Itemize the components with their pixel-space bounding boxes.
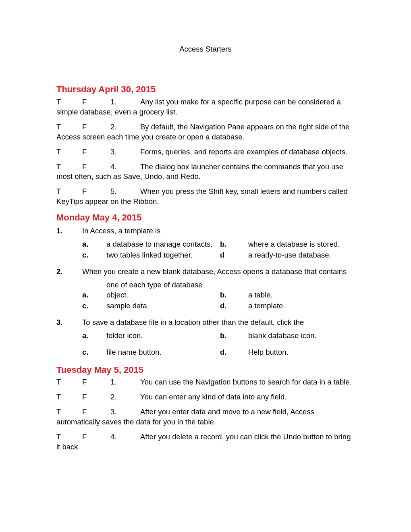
mc-question-row: 1.In Access, a template is	[56, 226, 355, 236]
mc-question-row: 3.To save a database file in a location …	[56, 318, 355, 328]
tf-row: TF4.After you delete a record, you can c…	[56, 432, 355, 452]
mc-option-row: c.sample data.d.a template.	[82, 301, 355, 311]
tf-row: TF4.The dialog box launcher contains the…	[56, 162, 355, 182]
mc-option-row: a.folder icon.b.blank database icon.	[82, 331, 355, 341]
tf-false: F	[82, 432, 110, 442]
mc-option-letter: a.	[82, 331, 106, 341]
mc-option-letter: d.	[220, 301, 248, 311]
mc-option-text: blank database icon.	[248, 331, 317, 341]
mc-question-text: To save a database file in a location ot…	[82, 318, 304, 328]
mc-question: 1.In Access, a template isa.a database t…	[56, 226, 355, 260]
tf-text: You can enter any kind of data into any …	[140, 393, 286, 401]
tf-false: F	[82, 122, 110, 132]
date-heading: Tuesday May 5, 2015	[56, 364, 355, 376]
mc-option-letter: c.	[82, 250, 106, 260]
tf-true: T	[56, 122, 82, 132]
tf-row: TF1.You can use the Navigation buttons t…	[56, 377, 355, 387]
mc-number: 1.	[56, 226, 82, 236]
tf-number: 2.	[110, 122, 140, 132]
mc-option-row: c.file name button.d.Help button.	[82, 347, 355, 357]
mc-option-text: file name button.	[106, 347, 220, 357]
tf-true: T	[56, 407, 82, 417]
mc-option-text: folder icon.	[106, 331, 220, 341]
mc-option-letter: c.	[82, 301, 106, 311]
mc-option-letter: b.	[220, 239, 248, 249]
mc-number: 2.	[56, 267, 82, 277]
mc-option-letter: d.	[220, 347, 248, 357]
tf-false: F	[82, 187, 110, 197]
tf-question: TF3.Forms, queries, and reports are exam…	[56, 147, 355, 157]
tf-question: TF3.After you enter data and move to a n…	[56, 407, 355, 427]
mc-question: 2.When you create a new blank database, …	[56, 267, 355, 311]
mc-option-text: a template.	[248, 301, 285, 311]
tf-true: T	[56, 377, 82, 387]
mc-option-text: a table.	[248, 290, 273, 300]
tf-number: 4.	[110, 162, 140, 172]
mc-option-letter: b.	[220, 290, 248, 300]
tf-false: F	[82, 97, 110, 107]
tf-true: T	[56, 147, 82, 157]
tf-false: F	[82, 377, 110, 387]
tf-true: T	[56, 432, 82, 442]
tf-question: TF4.The dialog box launcher contains the…	[56, 162, 355, 182]
tf-row: TF5.When you press the Shift key, small …	[56, 187, 355, 207]
tf-row: TF1.Any list you make for a specific pur…	[56, 97, 355, 117]
date-heading: Thursday April 30, 2015	[56, 83, 355, 96]
mc-option-text: one of each type of database object.	[106, 280, 220, 300]
document-body: Thursday April 30, 2015TF1.Any list you …	[56, 83, 355, 452]
tf-false: F	[82, 147, 110, 157]
mc-question-text: When you create a new blank database, Ac…	[82, 267, 347, 277]
tf-true: T	[56, 392, 82, 402]
mc-option-letter: b.	[220, 331, 248, 341]
tf-true: T	[56, 97, 82, 107]
mc-option-row: c.two tables linked together.da ready-to…	[82, 250, 355, 260]
tf-row: TF2.By default, the Navigation Pane appe…	[56, 122, 355, 142]
mc-option-text: Help button.	[248, 347, 289, 357]
tf-number: 4.	[110, 432, 140, 442]
tf-number: 5.	[110, 187, 140, 197]
mc-option-row: a.one of each type of database object.b.…	[82, 280, 355, 300]
mc-option-letter: a.	[82, 290, 106, 300]
mc-option-letter: d	[220, 250, 248, 260]
tf-number: 2.	[110, 392, 140, 402]
mc-option-text: a ready-to-use database.	[248, 250, 331, 260]
tf-question: TF1.You can use the Navigation buttons t…	[56, 377, 355, 387]
tf-question: TF1.Any list you make for a specific pur…	[56, 97, 355, 117]
tf-row: TF2.You can enter any kind of data into …	[56, 392, 355, 402]
tf-text: Forms, queries, and reports are examples…	[140, 148, 347, 156]
tf-false: F	[82, 162, 110, 172]
tf-number: 1.	[110, 97, 140, 107]
tf-true: T	[56, 162, 82, 172]
mc-question-row: 2.When you create a new blank database, …	[56, 267, 355, 277]
tf-question: TF2.You can enter any kind of data into …	[56, 392, 355, 402]
tf-false: F	[82, 392, 110, 402]
mc-option-text: a database to manage contacts.	[106, 239, 220, 249]
tf-false: F	[82, 407, 110, 417]
mc-number: 3.	[56, 318, 82, 328]
tf-question: TF5.When you press the Shift key, small …	[56, 187, 355, 207]
mc-option-letter: a.	[82, 239, 106, 249]
tf-text: You can use the Navigation buttons to se…	[140, 378, 352, 386]
tf-number: 3.	[110, 407, 140, 417]
mc-question: 3.To save a database file in a location …	[56, 318, 355, 357]
tf-row: TF3.After you enter data and move to a n…	[56, 407, 355, 427]
tf-question: TF2.By default, the Navigation Pane appe…	[56, 122, 355, 142]
mc-option-text: where a database is stored.	[248, 239, 340, 249]
date-heading: Monday May 4, 2015	[56, 212, 355, 224]
mc-option-text: sample data.	[106, 301, 220, 311]
document-title: Access Starters	[56, 44, 355, 54]
tf-number: 1.	[110, 377, 140, 387]
mc-question-text: In Access, a template is	[82, 226, 160, 236]
mc-option-row: a.a database to manage contacts.b.where …	[82, 239, 355, 249]
tf-row: TF3.Forms, queries, and reports are exam…	[56, 147, 355, 157]
tf-question: TF4.After you delete a record, you can c…	[56, 432, 355, 452]
mc-option-text: two tables linked together.	[106, 250, 220, 260]
mc-option-letter: c.	[82, 347, 106, 357]
tf-number: 3.	[110, 147, 140, 157]
tf-true: T	[56, 187, 82, 197]
